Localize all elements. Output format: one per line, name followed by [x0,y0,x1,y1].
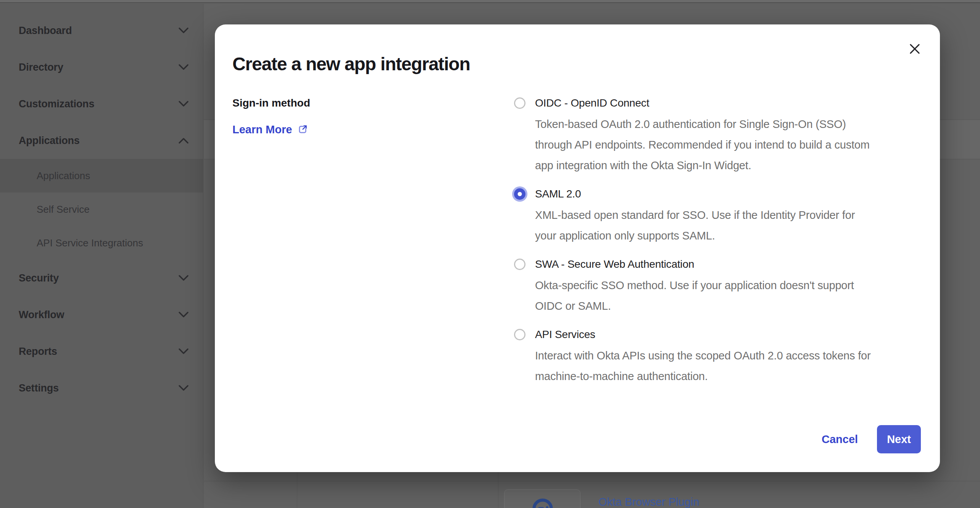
close-icon[interactable] [906,40,923,57]
create-app-integration-modal: Create a new app integration Sign-in met… [215,24,940,472]
radio-option-description: Token-based OAuth 2.0 authentication for… [535,114,926,176]
cancel-button[interactable]: Cancel [822,433,858,446]
radio-option-label: SAML 2.0 [535,188,581,200]
radio-option-label: API Services [535,328,595,341]
radio-option-description: Okta-specific SSO method. Use if your ap… [535,275,926,316]
radio-option-description: Interact with Okta APIs using the scoped… [535,345,926,387]
radio-button-unselected[interactable] [514,97,525,109]
radio-option-label: SWA - Secure Web Authentication [535,258,694,270]
modal-title: Create a new app integration [232,53,470,75]
learn-more-link[interactable]: Learn More [232,123,308,136]
learn-more-label: Learn More [232,123,292,136]
radio-button-selected[interactable] [514,188,525,200]
option-saml: SAML 2.0 XML-based open standard for SSO… [514,186,926,246]
radio-button-unselected[interactable] [514,329,525,340]
okta-admin-screen: Dashboard Directory Customizations Appli… [0,0,980,508]
radio-button-unselected[interactable] [514,259,525,270]
option-swa: SWA - Secure Web Authentication Okta-spe… [514,256,926,316]
option-oidc: OIDC - OpenID Connect Token-based OAuth … [514,95,926,176]
sign-in-method-options: OIDC - OpenID Connect Token-based OAuth … [514,95,926,396]
external-link-icon [297,124,308,135]
radio-option-saml[interactable]: SAML 2.0 [514,186,926,202]
radio-option-label: OIDC - OpenID Connect [535,97,649,109]
modal-footer: Cancel Next [822,425,921,453]
radio-option-oidc[interactable]: OIDC - OpenID Connect [514,95,926,112]
option-api-services: API Services Interact with Okta APIs usi… [514,326,926,387]
radio-option-swa[interactable]: SWA - Secure Web Authentication [514,256,926,273]
radio-option-api-services[interactable]: API Services [514,326,926,343]
sign-in-method-label: Sign-in method [232,96,310,110]
radio-option-description: XML-based open standard for SSO. Use if … [535,205,926,246]
next-button[interactable]: Next [877,425,921,453]
